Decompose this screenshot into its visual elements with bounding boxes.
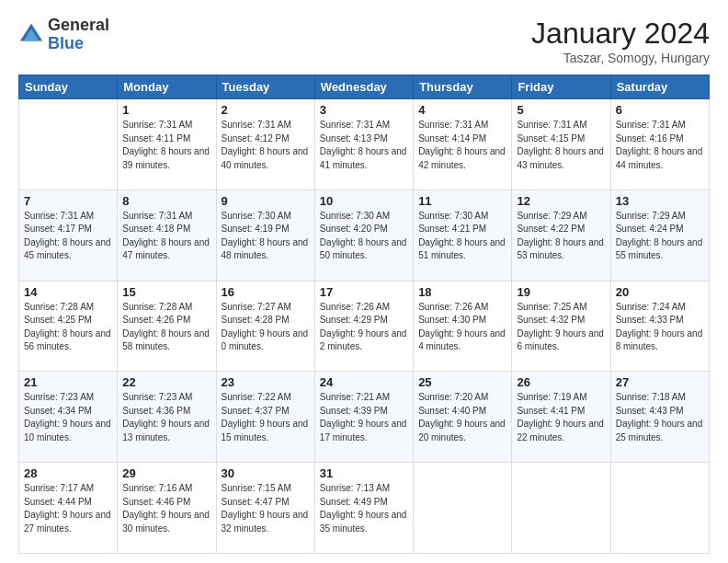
- day-info: Sunrise: 7:31 AMSunset: 4:17 PMDaylight:…: [24, 210, 112, 263]
- day-number: 11: [418, 194, 506, 208]
- calendar-cell: [610, 463, 709, 554]
- day-info: Sunrise: 7:30 AMSunset: 4:19 PMDaylight:…: [222, 210, 310, 263]
- calendar-col-tuesday: Tuesday: [216, 75, 314, 99]
- calendar-cell: [414, 463, 512, 554]
- calendar-cell: 5Sunrise: 7:31 AMSunset: 4:15 PMDaylight…: [512, 99, 610, 190]
- calendar-cell: 25Sunrise: 7:20 AMSunset: 4:40 PMDayligh…: [414, 372, 512, 463]
- calendar-col-saturday: Saturday: [610, 75, 709, 99]
- calendar-cell: 19Sunrise: 7:25 AMSunset: 4:32 PMDayligh…: [512, 281, 610, 372]
- day-number: 24: [320, 375, 408, 389]
- day-info: Sunrise: 7:18 AMSunset: 4:43 PMDaylight:…: [616, 391, 704, 444]
- logo: General Blue: [18, 17, 109, 53]
- day-number: 10: [320, 194, 408, 208]
- day-number: 5: [517, 103, 605, 117]
- day-info: Sunrise: 7:16 AMSunset: 4:46 PMDaylight:…: [122, 482, 210, 535]
- calendar-cell: 4Sunrise: 7:31 AMSunset: 4:14 PMDaylight…: [414, 99, 512, 190]
- day-info: Sunrise: 7:22 AMSunset: 4:37 PMDaylight:…: [222, 391, 310, 444]
- calendar-cell: 1Sunrise: 7:31 AMSunset: 4:11 PMDaylight…: [118, 99, 216, 190]
- calendar-cell: 27Sunrise: 7:18 AMSunset: 4:43 PMDayligh…: [610, 372, 709, 463]
- day-number: 23: [222, 375, 310, 389]
- day-number: 25: [418, 375, 506, 389]
- day-info: Sunrise: 7:29 AMSunset: 4:24 PMDaylight:…: [616, 210, 704, 263]
- logo-icon: [18, 22, 44, 48]
- calendar-week-3: 14Sunrise: 7:28 AMSunset: 4:25 PMDayligh…: [19, 281, 710, 372]
- day-info: Sunrise: 7:27 AMSunset: 4:28 PMDaylight:…: [222, 301, 310, 354]
- calendar-week-2: 7Sunrise: 7:31 AMSunset: 4:17 PMDaylight…: [19, 190, 710, 281]
- day-info: Sunrise: 7:26 AMSunset: 4:29 PMDaylight:…: [320, 301, 408, 354]
- day-info: Sunrise: 7:28 AMSunset: 4:26 PMDaylight:…: [122, 301, 210, 354]
- calendar-cell: 23Sunrise: 7:22 AMSunset: 4:37 PMDayligh…: [216, 372, 314, 463]
- calendar-cell: 9Sunrise: 7:30 AMSunset: 4:19 PMDaylight…: [216, 190, 314, 281]
- header: General Blue January 2024 Taszar, Somogy…: [18, 17, 710, 65]
- calendar-header-row: SundayMondayTuesdayWednesdayThursdayFrid…: [19, 75, 710, 99]
- day-info: Sunrise: 7:31 AMSunset: 4:15 PMDaylight:…: [517, 119, 605, 172]
- calendar-col-wednesday: Wednesday: [314, 75, 413, 99]
- calendar-col-sunday: Sunday: [19, 75, 118, 99]
- day-number: 16: [222, 285, 310, 299]
- calendar-cell: 15Sunrise: 7:28 AMSunset: 4:26 PMDayligh…: [118, 281, 216, 372]
- day-number: 19: [517, 285, 605, 299]
- logo-general-text: General: [48, 17, 109, 35]
- calendar-cell: 8Sunrise: 7:31 AMSunset: 4:18 PMDaylight…: [118, 190, 216, 281]
- day-info: Sunrise: 7:15 AMSunset: 4:47 PMDaylight:…: [222, 482, 310, 535]
- day-number: 14: [24, 285, 112, 299]
- calendar-cell: 22Sunrise: 7:23 AMSunset: 4:36 PMDayligh…: [118, 372, 216, 463]
- day-number: 3: [320, 103, 408, 117]
- calendar-week-1: 1Sunrise: 7:31 AMSunset: 4:11 PMDaylight…: [19, 99, 710, 190]
- calendar-week-4: 21Sunrise: 7:23 AMSunset: 4:34 PMDayligh…: [19, 372, 710, 463]
- day-info: Sunrise: 7:24 AMSunset: 4:33 PMDaylight:…: [616, 301, 704, 354]
- day-info: Sunrise: 7:29 AMSunset: 4:22 PMDaylight:…: [517, 210, 605, 263]
- day-info: Sunrise: 7:20 AMSunset: 4:40 PMDaylight:…: [418, 391, 506, 444]
- main-title: January 2024: [531, 17, 710, 51]
- calendar-cell: 31Sunrise: 7:13 AMSunset: 4:49 PMDayligh…: [314, 463, 413, 554]
- calendar-cell: 2Sunrise: 7:31 AMSunset: 4:12 PMDaylight…: [216, 99, 314, 190]
- day-number: 21: [24, 375, 112, 389]
- calendar-cell: 7Sunrise: 7:31 AMSunset: 4:17 PMDaylight…: [19, 190, 118, 281]
- day-number: 26: [517, 375, 605, 389]
- title-section: January 2024 Taszar, Somogy, Hungary: [531, 17, 710, 65]
- day-number: 28: [24, 466, 112, 480]
- calendar-cell: 10Sunrise: 7:30 AMSunset: 4:20 PMDayligh…: [314, 190, 413, 281]
- calendar-col-monday: Monday: [118, 75, 216, 99]
- day-info: Sunrise: 7:30 AMSunset: 4:21 PMDaylight:…: [418, 210, 506, 263]
- calendar-cell: 30Sunrise: 7:15 AMSunset: 4:47 PMDayligh…: [216, 463, 314, 554]
- day-info: Sunrise: 7:13 AMSunset: 4:49 PMDaylight:…: [320, 482, 408, 535]
- day-number: 17: [320, 285, 408, 299]
- day-number: 8: [122, 194, 210, 208]
- calendar-cell: 20Sunrise: 7:24 AMSunset: 4:33 PMDayligh…: [610, 281, 709, 372]
- calendar-cell: 3Sunrise: 7:31 AMSunset: 4:13 PMDaylight…: [314, 99, 413, 190]
- day-info: Sunrise: 7:31 AMSunset: 4:14 PMDaylight:…: [418, 119, 506, 172]
- day-info: Sunrise: 7:21 AMSunset: 4:39 PMDaylight:…: [320, 391, 408, 444]
- day-info: Sunrise: 7:17 AMSunset: 4:44 PMDaylight:…: [24, 482, 112, 535]
- day-info: Sunrise: 7:31 AMSunset: 4:18 PMDaylight:…: [122, 210, 210, 263]
- day-number: 30: [222, 466, 310, 480]
- calendar-cell: 17Sunrise: 7:26 AMSunset: 4:29 PMDayligh…: [314, 281, 413, 372]
- day-info: Sunrise: 7:28 AMSunset: 4:25 PMDaylight:…: [24, 301, 112, 354]
- calendar-cell: 13Sunrise: 7:29 AMSunset: 4:24 PMDayligh…: [610, 190, 709, 281]
- subtitle: Taszar, Somogy, Hungary: [531, 51, 710, 65]
- day-number: 27: [616, 375, 704, 389]
- day-number: 31: [320, 466, 408, 480]
- day-number: 15: [122, 285, 210, 299]
- calendar-week-5: 28Sunrise: 7:17 AMSunset: 4:44 PMDayligh…: [19, 463, 710, 554]
- day-info: Sunrise: 7:31 AMSunset: 4:12 PMDaylight:…: [222, 119, 310, 172]
- calendar-cell: 29Sunrise: 7:16 AMSunset: 4:46 PMDayligh…: [118, 463, 216, 554]
- calendar-cell: [512, 463, 610, 554]
- calendar-cell: [19, 99, 118, 190]
- calendar-cell: 28Sunrise: 7:17 AMSunset: 4:44 PMDayligh…: [19, 463, 118, 554]
- day-info: Sunrise: 7:31 AMSunset: 4:16 PMDaylight:…: [616, 119, 704, 172]
- day-number: 7: [24, 194, 112, 208]
- calendar-col-thursday: Thursday: [414, 75, 512, 99]
- day-number: 20: [616, 285, 704, 299]
- day-info: Sunrise: 7:31 AMSunset: 4:11 PMDaylight:…: [122, 119, 210, 172]
- day-info: Sunrise: 7:25 AMSunset: 4:32 PMDaylight:…: [517, 301, 605, 354]
- calendar-col-friday: Friday: [512, 75, 610, 99]
- calendar-cell: 14Sunrise: 7:28 AMSunset: 4:25 PMDayligh…: [19, 281, 118, 372]
- day-info: Sunrise: 7:31 AMSunset: 4:13 PMDaylight:…: [320, 119, 408, 172]
- calendar-cell: 11Sunrise: 7:30 AMSunset: 4:21 PMDayligh…: [414, 190, 512, 281]
- calendar-cell: 6Sunrise: 7:31 AMSunset: 4:16 PMDaylight…: [610, 99, 709, 190]
- day-number: 4: [418, 103, 506, 117]
- day-number: 29: [122, 466, 210, 480]
- calendar-cell: 21Sunrise: 7:23 AMSunset: 4:34 PMDayligh…: [19, 372, 118, 463]
- day-number: 9: [222, 194, 310, 208]
